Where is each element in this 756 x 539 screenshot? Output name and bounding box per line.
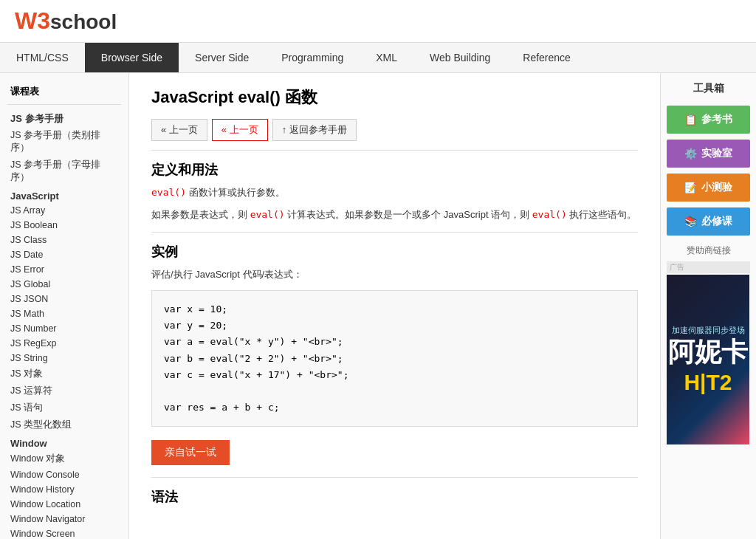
nav-buttons: « 上一页 « 上一页 ↑ 返回参考手册 <box>151 119 638 141</box>
ad-tagline: 加速伺服器同步登场 <box>672 325 745 336</box>
logo-w3: W3 <box>15 7 50 34</box>
toolbox-reference-book[interactable]: 📋 参考书 <box>667 106 750 134</box>
def-text1: 函数计算或执行参数。 <box>189 187 285 198</box>
sidebar-link-statement[interactable]: JS 语句 <box>0 399 128 416</box>
lab-label: 实验室 <box>701 147 732 160</box>
layout: 课程表 JS 参考手册 JS 参考手册（类别排序） JS 参考手册（字母排序） … <box>0 73 756 539</box>
sidebar-link-window-screen[interactable]: Window Screen <box>0 526 128 539</box>
sidebar-link-window-obj[interactable]: Window 对象 <box>0 450 128 467</box>
sidebar-link-date[interactable]: JS Date <box>0 247 128 262</box>
nav-server-side[interactable]: Server Side <box>179 43 265 72</box>
sidebar-top-title: 课程表 <box>0 80 128 101</box>
section-syntax-title: 语法 <box>151 488 638 506</box>
sidebar-category-js: JavaScript <box>0 186 128 203</box>
try-it-button[interactable]: 亲自试一试 <box>151 440 230 465</box>
ad-banner[interactable]: 加速伺服器同步登场 阿妮卡 H|T2 <box>667 275 749 444</box>
sidebar-link-class[interactable]: JS Class <box>0 233 128 247</box>
sidebar-link-window-navigator[interactable]: Window Navigator <box>0 512 128 526</box>
logo: W3school <box>15 7 741 35</box>
def-code2: eval() <box>250 209 285 220</box>
manual-btn[interactable]: ↑ 返回参考手册 <box>272 119 357 141</box>
section-definition-title: 定义和用法 <box>151 161 638 179</box>
def-line2: 如果参数是表达式，则 eval() 计算表达式。如果参数是一个或多个 JavaS… <box>151 207 638 223</box>
sidebar-link-global[interactable]: JS Global <box>0 277 128 292</box>
logo-school: school <box>50 10 117 33</box>
sidebar-link-regexp[interactable]: JS RegExp <box>0 336 128 351</box>
sidebar-link-typedarray[interactable]: JS 类型化数组 <box>0 416 128 433</box>
code-block: var x = 10; var y = 20; var a = eval("x … <box>151 290 638 427</box>
sidebar-link-math[interactable]: JS Math <box>0 306 128 321</box>
nav-reference[interactable]: Reference <box>506 43 587 72</box>
toolbox-title: 工具箱 <box>667 79 750 98</box>
def-code3: eval() <box>532 209 567 220</box>
sidebar: 课程表 JS 参考手册 JS 参考手册（类别排序） JS 参考手册（字母排序） … <box>0 73 129 539</box>
sidebar-link-jsref-class[interactable]: JS 参考手册（类别排序） <box>0 127 128 157</box>
header: W3school <box>0 0 756 43</box>
nav-web-building[interactable]: Web Building <box>413 43 506 72</box>
toolbox-course[interactable]: 📚 必修课 <box>667 207 750 236</box>
toolbox-quiz[interactable]: 📝 小测验 <box>667 174 750 202</box>
page-title: JavaScript eval() 函数 <box>151 86 638 109</box>
course-label: 必修课 <box>701 215 732 228</box>
nav-xml[interactable]: XML <box>360 43 413 72</box>
toolbox-lab[interactable]: ⚙️ 实验室 <box>667 140 750 168</box>
sidebar-link-number[interactable]: JS Number <box>0 321 128 336</box>
quiz-label: 小测验 <box>701 181 732 194</box>
def-code1: eval() <box>151 187 186 198</box>
def-line1: eval() 函数计算或执行参数。 <box>151 185 638 201</box>
example-desc: 评估/执行 JavaScript 代码/表达式： <box>151 267 638 283</box>
nav-browser-side[interactable]: Browser Side <box>85 43 179 72</box>
sidebar-category-window: Window <box>0 433 128 450</box>
sidebar-link-window-location[interactable]: Window Location <box>0 497 128 512</box>
sidebar-link-jsref-alpha[interactable]: JS 参考手册（字母排序） <box>0 157 128 186</box>
ad-section: 赞助商链接 广告 加速伺服器同步登场 阿妮卡 H|T2 <box>667 244 750 444</box>
sidebar-link-error[interactable]: JS Error <box>0 262 128 277</box>
sidebar-link-boolean[interactable]: JS Boolean <box>0 218 128 233</box>
sidebar-link-window-history[interactable]: Window History <box>0 482 128 497</box>
def-prefix2: 如果参数是表达式，则 <box>151 209 247 220</box>
sidebar-link-object[interactable]: JS 对象 <box>0 365 128 382</box>
sidebar-link-operator[interactable]: JS 运算符 <box>0 382 128 399</box>
nav-programming[interactable]: Programming <box>265 43 360 72</box>
prev-btn-2[interactable]: « 上一页 <box>212 119 268 141</box>
main-nav: HTML/CSS Browser Side Server Side Progra… <box>0 43 756 73</box>
course-icon: 📚 <box>684 216 697 227</box>
sidebar-link-window-console[interactable]: Window Console <box>0 467 128 482</box>
sidebar-category-jsref: JS 参考手册 <box>0 108 128 127</box>
lab-icon: ⚙️ <box>684 148 697 159</box>
section-example-title: 实例 <box>151 243 638 261</box>
def-middle2: 计算表达式。如果参数是一个或多个 JavaScript 语句，则 <box>287 209 529 220</box>
def-suffix2: 执行这些语句。 <box>569 209 636 220</box>
right-panel: 工具箱 📋 参考书 ⚙️ 实验室 📝 小测验 📚 必修课 赞助商链接 广告 加速… <box>660 73 756 539</box>
prev-btn-1[interactable]: « 上一页 <box>151 119 207 141</box>
sidebar-link-array[interactable]: JS Array <box>0 203 128 218</box>
reference-book-icon: 📋 <box>684 114 697 126</box>
sidebar-link-string[interactable]: JS String <box>0 351 128 365</box>
sponsor-title: 赞助商链接 <box>667 244 750 257</box>
quiz-icon: 📝 <box>684 182 697 193</box>
reference-book-label: 参考书 <box>701 113 732 126</box>
sidebar-link-json[interactable]: JS JSON <box>0 292 128 306</box>
ad-hit2: H|T2 <box>684 370 732 395</box>
nav-html-css[interactable]: HTML/CSS <box>0 43 85 72</box>
ad-main-text: 阿妮卡 <box>668 339 748 365</box>
main-content: JavaScript eval() 函数 « 上一页 « 上一页 ↑ 返回参考手… <box>129 73 660 539</box>
ad-label: 广告 <box>667 261 750 273</box>
